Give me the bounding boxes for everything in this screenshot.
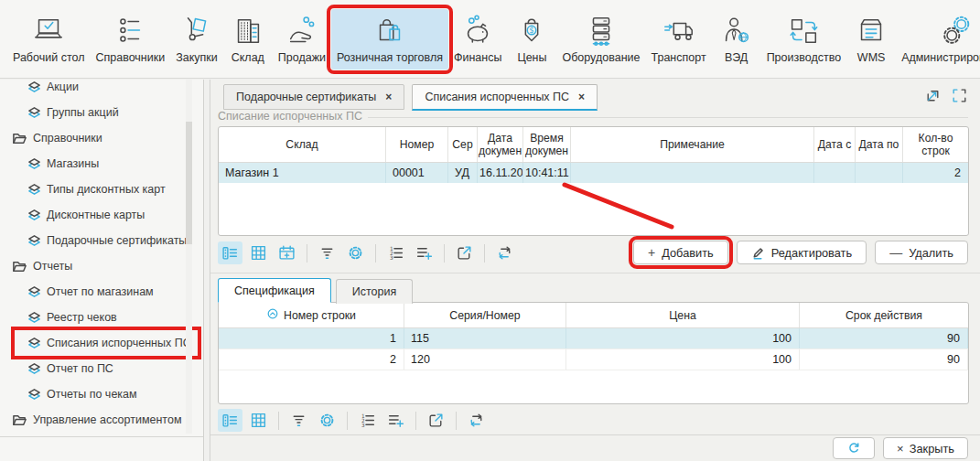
tree-item[interactable]: Отчет по ПС xyxy=(0,356,203,381)
column-header[interactable]: Время докумен xyxy=(523,127,571,162)
column-header[interactable]: Дата докумен xyxy=(478,127,523,162)
column-header[interactable]: Номер xyxy=(386,127,448,162)
module-item-production[interactable]: Производство xyxy=(761,9,847,70)
tree-item[interactable]: Дисконтные карты xyxy=(0,202,203,228)
gear-icon xyxy=(318,412,336,429)
tree-item[interactable]: Акции xyxy=(0,80,203,100)
module-item-transport[interactable]: Транспорт xyxy=(646,9,712,70)
tree-item[interactable]: Магазины xyxy=(0,151,203,177)
module-item-directories[interactable]: Справочники xyxy=(90,9,170,70)
plus-icon: + xyxy=(648,245,655,260)
list-view-button[interactable] xyxy=(218,241,242,264)
open-in-window-icon[interactable] xyxy=(924,87,942,104)
tree-item[interactable]: Реестр чеков xyxy=(0,305,203,330)
module-item-finance[interactable]: Финансы xyxy=(448,9,507,70)
refresh-icon xyxy=(846,441,861,456)
add-rows-button[interactable] xyxy=(412,241,436,264)
module-item-wms[interactable]: WMS xyxy=(846,9,896,70)
column-header[interactable]: Примечание xyxy=(571,127,814,162)
column-header[interactable]: Цена xyxy=(566,303,800,327)
bullet-list-icon xyxy=(111,14,149,48)
pencil-icon xyxy=(751,246,765,260)
tree-item[interactable]: Типы дисконтных карт xyxy=(0,177,203,202)
table-row-selected[interactable]: Магазин 1 00001 УД 16.11.20 10:41:11 2 xyxy=(219,163,968,183)
column-header-sorted[interactable]: Номер строки xyxy=(219,303,404,327)
tab-history[interactable]: История xyxy=(336,279,413,304)
table-row-selected[interactable]: 1 115 100 90 xyxy=(219,328,968,349)
module-item-purchasing[interactable]: Закупки xyxy=(170,9,223,70)
module-item-foreign-trade[interactable]: ВЭД xyxy=(712,9,761,70)
server-rack-icon xyxy=(582,14,620,48)
list-view-button[interactable] xyxy=(218,409,242,432)
calendar-add-button[interactable] xyxy=(275,241,299,264)
layers-diamond-icon xyxy=(27,311,41,325)
document-tabbar: Подарочные сертификаты × Списания испорч… xyxy=(223,84,598,111)
module-label: Рабочий стол xyxy=(13,51,84,64)
reload-button[interactable] xyxy=(464,409,489,432)
filter-button[interactable] xyxy=(286,409,311,432)
add-rows-icon xyxy=(387,412,404,429)
tree-item[interactable]: Отчет по магазинам xyxy=(0,279,203,305)
folder-icon xyxy=(12,259,27,274)
column-header[interactable]: Кол-во строк xyxy=(903,127,968,162)
sidebar-divider xyxy=(0,436,203,437)
layers-diamond-icon xyxy=(27,209,41,222)
numbered-list-button[interactable]: 123 xyxy=(355,409,380,432)
tree-folder[interactable]: Справочники xyxy=(0,125,203,151)
sort-asc-icon xyxy=(266,307,279,323)
add-rows-button[interactable] xyxy=(383,409,408,432)
table-row[interactable]: 2 120 100 90 xyxy=(219,349,968,370)
column-header[interactable]: Склад xyxy=(219,127,386,162)
shopping-bags-icon xyxy=(371,14,409,48)
tree-item[interactable]: Отчеты по чекам xyxy=(0,381,203,407)
settings-button[interactable] xyxy=(343,241,368,264)
tab-gift-certificates[interactable]: Подарочные сертификаты × xyxy=(223,84,404,110)
sidebar-scrollbar-thumb[interactable] xyxy=(186,122,192,244)
tab-specification[interactable]: Спецификация xyxy=(218,278,331,303)
column-header[interactable]: Дата по xyxy=(856,127,903,162)
filter-button[interactable] xyxy=(315,241,339,264)
edit-button[interactable]: Редактировать xyxy=(737,241,867,264)
tree-item[interactable]: Группы акций xyxy=(0,100,203,125)
module-item-desktop[interactable]: Рабочий стол xyxy=(7,9,90,70)
column-header[interactable]: Срок действия xyxy=(800,303,968,327)
grid-view-icon xyxy=(250,412,267,429)
module-item-warehouse[interactable]: Склад xyxy=(223,9,273,70)
column-header[interactable]: Дата с xyxy=(814,127,856,162)
open-external-button[interactable] xyxy=(424,409,448,432)
module-label: Склад xyxy=(232,51,264,64)
svg-text:3: 3 xyxy=(361,423,365,428)
laptop-check-icon xyxy=(29,14,68,48)
reload-button[interactable] xyxy=(492,241,517,264)
add-button[interactable]: + Добавить xyxy=(633,241,728,264)
module-item-equipment[interactable]: Оборудование xyxy=(556,9,645,70)
numbered-list-button[interactable]: 123 xyxy=(383,241,408,264)
delete-button[interactable]: — Удалить xyxy=(875,241,968,264)
hand-truck-icon xyxy=(178,14,216,48)
close-icon[interactable]: × xyxy=(578,91,585,103)
tree-item[interactable]: Подарочные сертификаты xyxy=(0,228,203,253)
column-header[interactable]: Серия/Номер xyxy=(404,303,566,327)
refresh-button[interactable] xyxy=(833,437,875,459)
grid-view-icon xyxy=(250,244,267,262)
module-item-administration[interactable]: Администрирование xyxy=(896,9,980,70)
specification-toolbar: 123 xyxy=(218,409,489,432)
tree-folder[interactable]: Отчеты xyxy=(0,253,203,279)
tree-folder[interactable]: Управление ассортиментом xyxy=(0,407,203,433)
module-item-retail-trade[interactable]: Розничная торговля xyxy=(331,9,448,70)
grid-view-button[interactable] xyxy=(246,241,271,264)
close-button[interactable]: × Закрыть xyxy=(883,437,968,459)
tab-writeoffs[interactable]: Списания испорченных ПС × xyxy=(412,84,598,111)
documents-toolbar: 123 xyxy=(218,241,517,264)
module-item-prices[interactable]: $ Цены xyxy=(507,9,556,70)
close-icon[interactable]: × xyxy=(385,91,392,103)
truck-icon xyxy=(660,14,698,48)
grid-view-button[interactable] xyxy=(246,409,271,432)
open-external-button[interactable] xyxy=(452,241,477,264)
expand-icon[interactable] xyxy=(951,87,968,104)
column-header[interactable]: Сер xyxy=(448,127,478,162)
module-item-sales[interactable]: Продажи xyxy=(273,9,331,70)
tree-item-writeoffs-selected[interactable]: Списания испорченных ПС xyxy=(0,330,203,356)
splitter[interactable] xyxy=(210,273,980,273)
settings-button[interactable] xyxy=(315,409,339,432)
